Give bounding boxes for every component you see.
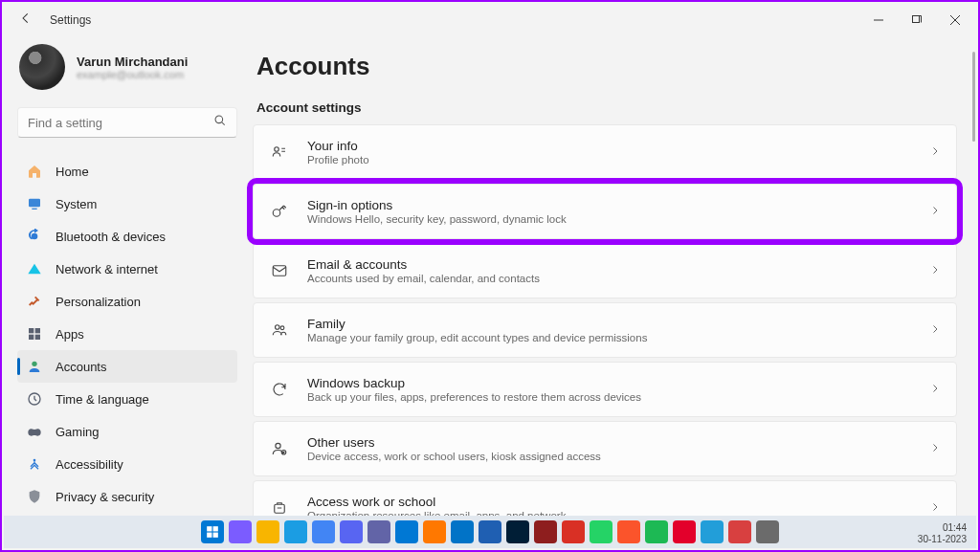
taskbar-app-icon[interactable]	[534, 520, 557, 543]
svg-rect-14	[273, 266, 286, 276]
card-icon	[269, 381, 290, 398]
nav-icon	[27, 424, 42, 439]
back-icon[interactable]	[19, 11, 33, 29]
taskbar-app-icon[interactable]	[617, 520, 640, 543]
chevron-right-icon	[929, 262, 941, 279]
svg-rect-8	[35, 335, 40, 340]
card-subtitle: Manage your family group, edit account t…	[307, 332, 929, 343]
taskbar-app-icon[interactable]	[479, 520, 501, 543]
taskbar: 01:44 30-11-2023	[4, 516, 976, 548]
card-subtitle: Profile photo	[307, 154, 929, 166]
nav-item-personalization[interactable]: Personalization	[17, 285, 237, 318]
taskbar-app-icon[interactable]	[423, 520, 446, 543]
search-box[interactable]	[17, 107, 237, 138]
taskbar-app-icon[interactable]	[201, 520, 224, 543]
svg-rect-21	[207, 526, 212, 531]
nav-item-bluetooth-devices[interactable]: Bluetooth & devices	[17, 220, 237, 253]
card-subtitle: Windows Hello, security key, password, d…	[307, 213, 929, 225]
nav-label: System	[56, 197, 97, 211]
card-access-work-or-school[interactable]: Access work or schoolOrganization resour…	[253, 480, 957, 519]
taskbar-app-icon[interactable]	[284, 520, 307, 543]
card-email-accounts[interactable]: Email & accountsAccounts used by email, …	[253, 243, 957, 298]
card-other-users[interactable]: Other usersDevice access, work or school…	[253, 421, 957, 476]
svg-rect-24	[213, 533, 218, 538]
svg-rect-23	[207, 533, 212, 538]
card-windows-backup[interactable]: Windows backupBack up your files, apps, …	[253, 362, 957, 417]
card-title: Family	[307, 317, 929, 331]
section-label: Account settings	[256, 100, 957, 115]
taskbar-app-icon[interactable]	[368, 520, 390, 543]
svg-rect-2	[29, 199, 40, 208]
nav-icon	[27, 359, 42, 374]
taskbar-app-icon[interactable]	[312, 520, 335, 543]
taskbar-app-icon[interactable]	[756, 520, 779, 543]
svg-point-17	[276, 443, 280, 448]
svg-point-13	[273, 210, 280, 217]
nav-item-home[interactable]: Home	[17, 155, 237, 188]
nav-label: Home	[56, 165, 89, 179]
card-title: Sign-in options	[307, 198, 929, 212]
chevron-right-icon	[929, 440, 941, 457]
nav-icon	[27, 164, 42, 179]
card-sign-in-options[interactable]: Sign-in optionsWindows Hello, security k…	[253, 184, 957, 239]
svg-point-16	[280, 326, 284, 330]
svg-point-9	[32, 362, 36, 366]
svg-point-12	[275, 147, 279, 152]
card-icon	[269, 262, 290, 279]
minimize-button[interactable]	[859, 8, 898, 33]
titlebar: Settings	[2, 2, 978, 38]
card-icon	[269, 144, 290, 161]
nav-label: Accessibility	[56, 457, 123, 472]
nav-icon	[27, 261, 42, 276]
nav-icon	[27, 456, 42, 472]
profile-email: example@outlook.com	[77, 69, 188, 80]
svg-point-1	[215, 116, 223, 123]
svg-point-11	[33, 459, 36, 462]
card-your-info[interactable]: Your infoProfile photo	[253, 124, 957, 180]
card-icon	[269, 440, 290, 457]
taskbar-app-icon[interactable]	[451, 520, 474, 543]
card-family[interactable]: FamilyManage your family group, edit acc…	[253, 302, 957, 358]
nav-label: Personalization	[56, 295, 141, 309]
nav-list: HomeSystemBluetooth & devicesNetwork & i…	[17, 155, 237, 545]
taskbar-app-icon[interactable]	[229, 520, 252, 543]
taskbar-clock[interactable]: 01:44 30-11-2023	[918, 522, 967, 545]
taskbar-app-icon[interactable]	[701, 520, 724, 543]
close-button[interactable]	[936, 8, 974, 33]
window-controls	[859, 8, 974, 33]
taskbar-app-icon[interactable]	[590, 520, 612, 543]
taskbar-app-icon[interactable]	[395, 520, 418, 543]
nav-item-system[interactable]: System	[17, 188, 237, 220]
taskbar-app-icon[interactable]	[673, 520, 696, 543]
maximize-button[interactable]	[898, 8, 936, 33]
chevron-right-icon	[929, 321, 941, 339]
taskbar-app-icon[interactable]	[645, 520, 668, 543]
nav-label: Apps	[56, 327, 84, 342]
taskbar-app-icon[interactable]	[340, 520, 363, 543]
svg-rect-6	[35, 328, 40, 333]
taskbar-app-icon[interactable]	[562, 520, 585, 543]
nav-item-accounts[interactable]: Accounts	[17, 350, 237, 383]
nav-item-network-internet[interactable]: Network & internet	[17, 253, 237, 285]
chevron-right-icon	[929, 499, 941, 517]
search-input[interactable]	[28, 116, 213, 130]
card-icon	[269, 203, 290, 220]
nav-item-time-language[interactable]: Time & language	[17, 383, 237, 415]
nav-label: Time & language	[56, 392, 149, 407]
chevron-right-icon	[929, 381, 941, 398]
profile-block[interactable]: Varun Mirchandani example@outlook.com	[17, 44, 237, 90]
scrollbar-thumb[interactable]	[972, 52, 975, 142]
nav-icon	[27, 391, 42, 407]
taskbar-app-icon[interactable]	[506, 520, 529, 543]
nav-item-gaming[interactable]: Gaming	[17, 415, 237, 448]
card-subtitle: Back up your files, apps, preferences to…	[307, 391, 929, 403]
nav-label: Bluetooth & devices	[56, 230, 166, 244]
nav-item-apps[interactable]: Apps	[17, 318, 237, 350]
card-title: Windows backup	[307, 376, 929, 390]
taskbar-app-icon[interactable]	[256, 520, 279, 543]
nav-item-privacy-security[interactable]: Privacy & security	[17, 480, 237, 513]
taskbar-app-icon[interactable]	[728, 520, 751, 543]
svg-rect-19	[275, 504, 285, 513]
nav-icon	[27, 229, 42, 244]
nav-item-accessibility[interactable]: Accessibility	[17, 448, 237, 480]
